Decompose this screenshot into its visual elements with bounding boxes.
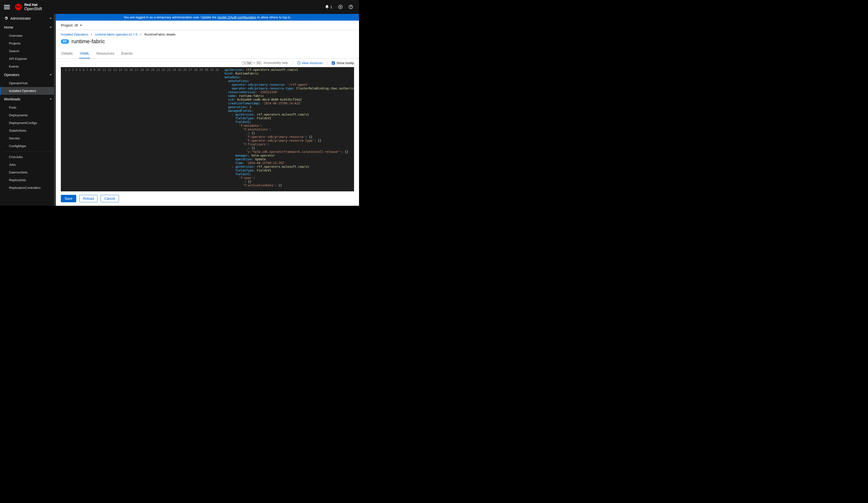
nav-item-deploymentconfigs[interactable]: DeploymentConfigs — [0, 119, 56, 127]
content: You are logged in as a temporary adminis… — [56, 14, 359, 206]
chevron-down-icon — [49, 97, 52, 101]
nav-item-api-explorer[interactable]: API Explorer — [0, 55, 56, 63]
breadcrumb-current: RuntimeFabric details — [144, 32, 176, 36]
save-button[interactable]: Save — [61, 195, 76, 202]
plus-circle-icon[interactable] — [338, 5, 343, 9]
project-selector[interactable]: Project: rtf — [56, 21, 359, 30]
accessibility-hint: ⌥ Opt + F1 Accessibility help — [241, 61, 288, 65]
svg-point-8 — [299, 62, 299, 62]
project-label: Project: rtf — [61, 23, 78, 27]
nav-item-replicationcontrollers[interactable]: ReplicationControllers — [0, 184, 56, 192]
brand-logo[interactable]: Red Hat OpenShift — [15, 3, 42, 11]
nav-section-operators[interactable]: Operators — [0, 70, 56, 79]
caret-down-icon — [80, 23, 82, 27]
masthead: Red Hat OpenShift 1 — [0, 0, 359, 14]
show-tooltips-toggle[interactable]: Show tooltip — [332, 61, 354, 65]
info-icon — [297, 61, 301, 64]
tab-yaml[interactable]: YAML — [79, 49, 90, 58]
nav-divider — [4, 151, 52, 152]
cancel-button[interactable]: Cancel — [101, 195, 119, 202]
reload-button[interactable]: Reload — [79, 195, 97, 202]
sidebar: Administrator Home Overview Projects Sea… — [0, 14, 56, 206]
tab-resources[interactable]: Resources — [96, 49, 115, 58]
chevron-down-icon — [49, 17, 52, 20]
nav-item-overview[interactable]: Overview — [0, 32, 56, 40]
breadcrumb-operator-version[interactable]: runtime-fabric-operator.v2.7.0 — [95, 32, 137, 36]
perspective-switcher[interactable]: Administrator — [0, 14, 56, 23]
notifications-button[interactable]: 1 — [325, 5, 332, 9]
breadcrumb: Installed Operators runtime-fabric-opera… — [56, 30, 359, 36]
login-banner: You are logged in as a temporary adminis… — [56, 14, 359, 21]
nav-item-jobs[interactable]: Jobs — [0, 161, 56, 169]
svg-rect-7 — [299, 63, 299, 64]
nav-item-events[interactable]: Events — [0, 63, 56, 70]
page-heading: RF runtime-fabric — [56, 36, 359, 49]
chevron-right-icon — [140, 32, 142, 36]
editor-toolbar: ⌥ Opt + F1 Accessibility help View short… — [56, 59, 359, 67]
nav-item-replicasets[interactable]: ReplicaSets — [0, 176, 56, 184]
nav-item-statefulsets[interactable]: StatefulSets — [0, 127, 56, 134]
nav-item-operatorhub[interactable]: OperatorHub — [0, 79, 56, 87]
nav-section-workloads[interactable]: Workloads — [0, 95, 56, 104]
svg-point-5 — [351, 8, 351, 8]
tabs: Details YAML Resources Events — [56, 49, 359, 59]
tab-events[interactable]: Events — [121, 49, 133, 58]
view-shortcuts-link[interactable]: View shortcuts — [297, 61, 322, 65]
oauth-config-link[interactable]: cluster OAuth configuration — [217, 16, 257, 19]
nav-item-configmaps[interactable]: ConfigMaps — [0, 142, 56, 150]
action-bar: Save Reload Cancel — [56, 191, 359, 206]
chevron-down-icon — [49, 73, 52, 77]
help-icon[interactable] — [349, 5, 353, 9]
chevron-right-icon — [91, 32, 93, 36]
nav-item-search[interactable]: Search — [0, 47, 56, 55]
brand-text-bottom: OpenShift — [24, 7, 42, 11]
svg-point-2 — [17, 6, 20, 7]
redhat-fedora-icon — [15, 3, 22, 10]
show-tooltips-checkbox[interactable] — [332, 61, 335, 64]
chevron-down-icon — [49, 26, 52, 29]
nav-item-projects[interactable]: Projects — [0, 40, 56, 47]
nav-item-deployments[interactable]: Deployments — [0, 111, 56, 119]
yaml-editor[interactable]: 1 2 3 4 5 6 7 8 9 10 11 12 13 14 15 16 1… — [61, 67, 354, 191]
gear-icon — [4, 17, 8, 20]
breadcrumb-installed-operators[interactable]: Installed Operators — [61, 32, 88, 36]
code-area[interactable]: apiVersion: rtf.operators.mulesoft.com/v… — [221, 67, 354, 191]
tab-details[interactable]: Details — [61, 49, 73, 58]
page-title: runtime-fabric — [72, 38, 105, 45]
nav-toggle-button[interactable] — [4, 4, 10, 10]
nav-item-daemonsets[interactable]: DaemonSets — [0, 169, 56, 176]
perspective-label: Administrator — [10, 17, 31, 20]
nav-section-home[interactable]: Home — [0, 23, 56, 32]
bell-icon — [325, 5, 329, 9]
resource-badge: RF — [61, 39, 69, 44]
nav-item-secrets[interactable]: Secrets — [0, 134, 56, 142]
line-gutter: 1 2 3 4 5 6 7 8 9 10 11 12 13 14 15 16 1… — [61, 67, 221, 191]
brand-text-top: Red Hat — [24, 3, 42, 7]
notification-count: 1 — [330, 5, 332, 9]
nav-item-cronjobs[interactable]: CronJobs — [0, 153, 56, 161]
nav-item-pods[interactable]: Pods — [0, 104, 56, 111]
nav-item-installed-operators[interactable]: Installed Operators — [0, 87, 56, 95]
